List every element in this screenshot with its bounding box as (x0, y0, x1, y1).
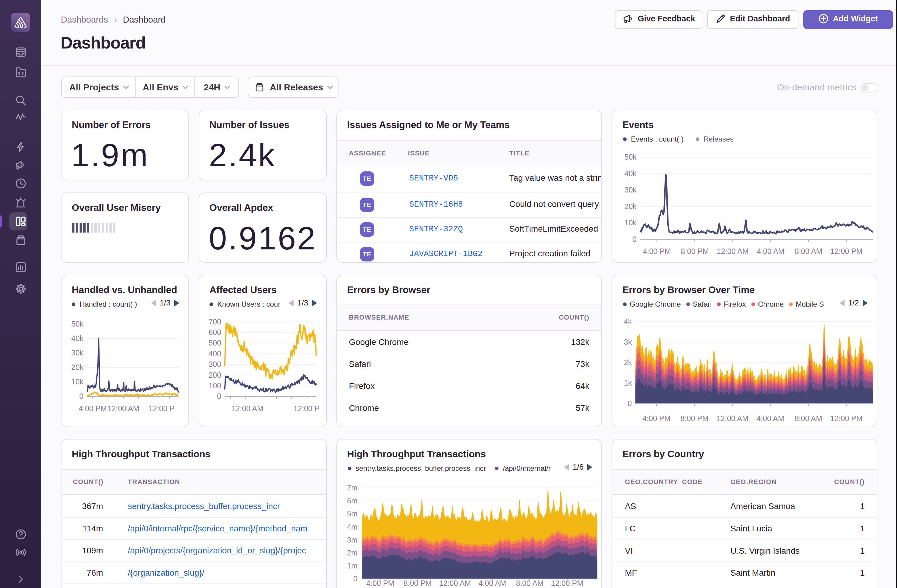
svg-text:12:00 PM: 12:00 PM (551, 579, 583, 587)
svg-text:10k: 10k (72, 377, 84, 386)
svg-text:500: 500 (208, 339, 221, 347)
svg-text:100: 100 (208, 381, 221, 390)
svg-text:200: 200 (208, 371, 221, 379)
svg-text:7m: 7m (347, 484, 357, 492)
svg-text:10k: 10k (625, 218, 637, 227)
svg-text:4:00 PM: 4:00 PM (366, 579, 394, 587)
svg-text:6m: 6m (347, 496, 357, 505)
svg-text:4:00 PM: 4:00 PM (643, 247, 671, 255)
svg-text:2k: 2k (624, 358, 632, 367)
svg-text:50k: 50k (72, 319, 84, 328)
svg-text:0: 0 (353, 574, 357, 583)
svg-text:12:00 AM: 12:00 AM (439, 579, 471, 587)
svg-text:40k: 40k (625, 169, 637, 178)
svg-text:12:00 AM: 12:00 AM (717, 247, 749, 255)
svg-text:600: 600 (208, 328, 221, 336)
svg-text:3m: 3m (347, 536, 357, 544)
svg-text:4:00 PM: 4:00 PM (79, 404, 107, 413)
svg-text:20k: 20k (625, 202, 637, 211)
svg-text:5m: 5m (347, 509, 357, 518)
svg-text:8:00 AM: 8:00 AM (795, 247, 822, 255)
svg-text:50k: 50k (625, 153, 637, 161)
svg-text:12:00 P: 12:00 P (148, 404, 175, 413)
svg-text:12:00 PM: 12:00 PM (830, 247, 863, 255)
svg-text:30k: 30k (625, 186, 637, 194)
svg-text:400: 400 (208, 350, 221, 358)
svg-text:8:00 PM: 8:00 PM (404, 579, 432, 587)
svg-text:4:00 AM: 4:00 AM (757, 247, 785, 255)
svg-text:700: 700 (208, 318, 221, 326)
svg-text:8:00 PM: 8:00 PM (681, 247, 709, 255)
svg-text:20k: 20k (72, 363, 84, 371)
svg-text:4m: 4m (347, 522, 357, 531)
svg-text:4:00 AM: 4:00 AM (478, 579, 506, 587)
svg-text:12:00 AM: 12:00 AM (716, 414, 749, 423)
svg-text:0: 0 (628, 399, 632, 408)
svg-text:8:00 AM: 8:00 AM (794, 414, 822, 423)
svg-text:1k: 1k (624, 379, 632, 387)
svg-text:30k: 30k (72, 348, 84, 357)
svg-text:12:00 AM: 12:00 AM (107, 404, 139, 413)
svg-text:0: 0 (79, 392, 84, 400)
svg-text:4k: 4k (624, 317, 632, 325)
svg-text:40k: 40k (72, 334, 84, 342)
svg-text:8:00 PM: 8:00 PM (681, 414, 709, 423)
svg-text:3k: 3k (624, 338, 632, 346)
svg-text:12:00 AM: 12:00 AM (231, 404, 263, 413)
svg-text:0: 0 (217, 392, 221, 400)
svg-text:1m: 1m (347, 562, 357, 570)
svg-text:4:00 AM: 4:00 AM (756, 414, 784, 423)
svg-text:12:00 PM: 12:00 PM (830, 414, 863, 423)
svg-text:12:00 P: 12:00 P (294, 404, 320, 413)
svg-text:300: 300 (208, 360, 221, 368)
svg-text:8:00 AM: 8:00 AM (516, 579, 543, 587)
svg-text:2m: 2m (347, 548, 357, 557)
svg-text:4:00 PM: 4:00 PM (643, 414, 670, 423)
svg-text:0: 0 (632, 235, 637, 243)
